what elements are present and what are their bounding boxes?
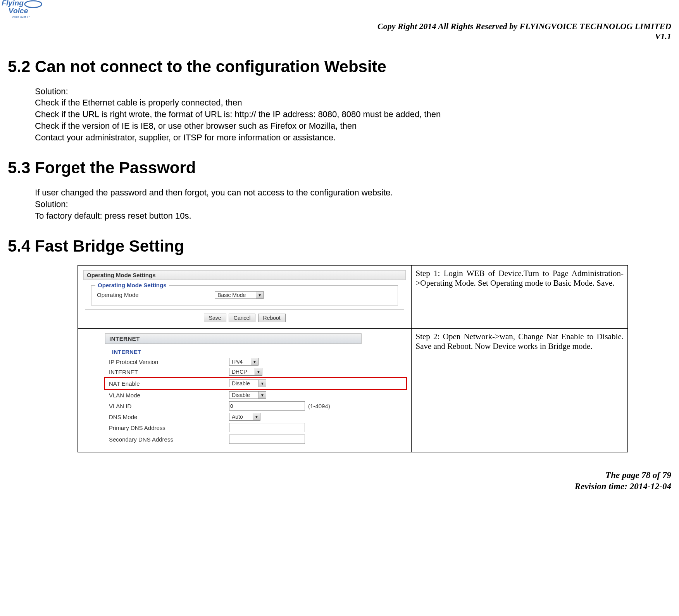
vlan-id-hint: (1-4094)	[308, 403, 330, 409]
primary-dns-label: Primary DNS Address	[109, 424, 229, 431]
chevron-down-icon: ▼	[259, 392, 266, 399]
nat-enable-label: NAT Enable	[109, 380, 229, 387]
version-line: V1.1	[8, 31, 671, 41]
chevron-down-icon: ▼	[259, 380, 266, 387]
section-5-3-title: 5.3 Forget the Password	[8, 159, 671, 177]
vlan-mode-select[interactable]: Disable▼	[229, 391, 266, 399]
step2-description: Step 2: Open Network->wan, Change Nat En…	[412, 329, 628, 452]
nat-enable-select[interactable]: Disable▼	[229, 380, 266, 387]
step1-description: Step 1: Login WEB of Device.Turn to Page…	[412, 266, 628, 329]
chevron-down-icon: ▼	[253, 413, 260, 420]
vlan-mode-label: VLAN Mode	[109, 392, 229, 399]
section-5-4-title: 5.4 Fast Bridge Setting	[8, 237, 671, 255]
revision-time: Revision time: 2014-12-04	[8, 481, 671, 492]
secondary-dns-label: Secondary DNS Address	[109, 436, 229, 443]
table-row: Operating Mode Settings Operating Mode S…	[78, 266, 628, 329]
dns-mode-select[interactable]: Auto▼	[229, 413, 260, 421]
ip-protocol-select[interactable]: IPv4▼	[229, 358, 259, 366]
operating-mode-select[interactable]: Basic Mode ▼	[215, 291, 264, 299]
primary-dns-input[interactable]	[229, 423, 305, 432]
section-5-2-title: 5.2 Can not connect to the configuration…	[8, 57, 671, 76]
vlan-id-input[interactable]	[229, 401, 305, 411]
secondary-dns-input[interactable]	[229, 435, 305, 444]
table-row: INTERNET INTERNET IP Protocol Version IP…	[78, 329, 628, 452]
svg-text:Flying: Flying	[2, 0, 24, 7]
chevron-down-icon: ▼	[256, 292, 263, 299]
dns-mode-label: DNS Mode	[109, 414, 229, 420]
operating-mode-label: Operating Mode	[97, 292, 213, 298]
chevron-down-icon: ▼	[251, 358, 258, 365]
section-5-3-body: If user changed the password and then fo…	[35, 187, 671, 221]
svg-text:Voice over IP: Voice over IP	[12, 15, 30, 19]
cancel-button[interactable]: Cancel	[229, 314, 256, 322]
internet-select[interactable]: DHCP▼	[229, 368, 262, 376]
step1-screenshot: Operating Mode Settings Operating Mode S…	[82, 269, 407, 325]
fast-bridge-steps-table: Operating Mode Settings Operating Mode S…	[78, 265, 628, 452]
flyingvoice-logo: Flying Voice Voice over IP	[0, 0, 43, 25]
section-5-2-body: Solution: Check if the Ethernet cable is…	[35, 86, 671, 143]
chevron-down-icon: ▼	[255, 368, 262, 375]
internet-header: INTERNET	[105, 333, 362, 344]
page-number: The page 78 of 79	[8, 470, 671, 481]
svg-text:Voice: Voice	[9, 7, 28, 15]
copyright-line: Copy Right 2014 All Rights Reserved by F…	[8, 21, 671, 31]
save-button[interactable]: Save	[204, 314, 226, 322]
internet-label: INTERNET	[109, 369, 229, 375]
step2-screenshot: INTERNET INTERNET IP Protocol Version IP…	[82, 332, 407, 449]
fieldset-legend: Operating Mode Settings	[95, 282, 169, 288]
panel-title: Operating Mode Settings	[83, 270, 406, 280]
internet-subheader: INTERNET	[112, 349, 406, 355]
reboot-button[interactable]: Reboot	[258, 314, 286, 322]
vlan-id-label: VLAN ID	[109, 403, 229, 409]
ip-protocol-label: IP Protocol Version	[109, 359, 229, 365]
